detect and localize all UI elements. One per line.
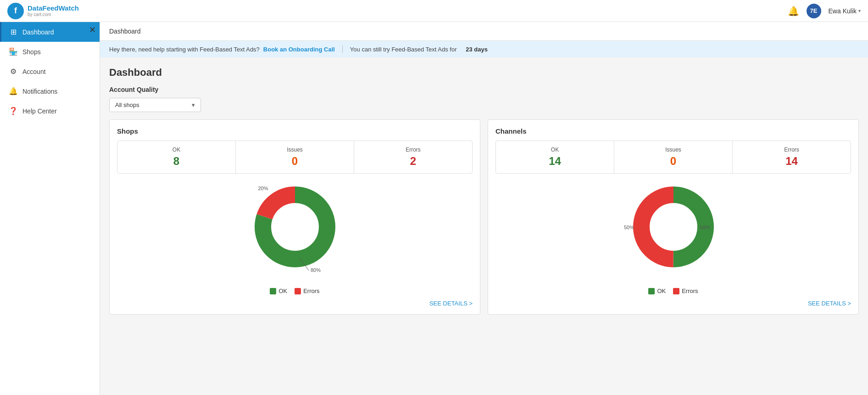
channels-panel: Channels OK 14 Issues 0 Errors 14 [488, 119, 859, 315]
shops-panel: Shops OK 8 Issues 0 Errors 2 [109, 119, 480, 315]
user-name-label: Ewa Kulik [829, 7, 857, 15]
header-right: 🔔 7E Ewa Kulik ▾ [788, 4, 861, 18]
shops-stat-issues: Issues 0 [236, 141, 354, 173]
channels-donut-container: 50% 50% [623, 181, 724, 282]
shops-legend: OK Errors [270, 288, 319, 294]
sidebar-item-dashboard[interactable]: ⊞ Dashboard [0, 22, 100, 42]
shops-error-percent-label: 20% [258, 186, 268, 191]
sidebar-item-label: Shops [22, 48, 41, 56]
channels-see-details-link[interactable]: SEE DETAILS > [808, 300, 851, 307]
sidebar-item-help-center[interactable]: ❓ Help Center [0, 101, 100, 121]
svg-point-2 [273, 205, 317, 249]
shops-chart-area: 20% 80% [117, 181, 473, 294]
svg-text:50%: 50% [624, 225, 634, 230]
sidebar-item-label: Account [22, 68, 46, 75]
shops-errors-legend-label: Errors [303, 288, 319, 294]
shops-legend-ok: OK [270, 288, 287, 294]
channels-stat-errors: Errors 14 [733, 141, 851, 173]
onboarding-call-link[interactable]: Book an Onboarding Call [263, 46, 335, 53]
logo-area: f DataFeedWatch by cart.com [7, 3, 79, 19]
channels-errors-dot [673, 288, 679, 294]
shops-stat-ok: OK 8 [117, 141, 236, 173]
section-label: Account Quality [109, 86, 859, 93]
sidebar-item-account[interactable]: ⚙ Account [0, 62, 100, 81]
sidebar-nav: ⊞ Dashboard 🏪 Shops ⚙ Account 🔔 Notifica… [0, 22, 100, 121]
channels-stat-issues: Issues 0 [614, 141, 733, 173]
shops-errors-dot [295, 288, 301, 294]
channels-issues-label: Issues [618, 147, 729, 153]
channels-panel-title: Channels [495, 127, 851, 135]
breadcrumb: Dashboard [100, 22, 868, 41]
channels-chart-area: 50% 50% OK [495, 181, 851, 294]
channels-ok-label: OK [500, 147, 610, 153]
shops-donut-container: 20% 80% [249, 181, 341, 282]
chevron-down-icon: ▾ [192, 102, 195, 108]
help-icon: ❓ [9, 107, 18, 115]
banner-text-after: You can still try Feed-Based Text Ads fo… [350, 46, 457, 53]
breadcrumb-text: Dashboard [109, 28, 141, 35]
channels-ok-dot [648, 288, 655, 294]
logo-name: DataFeedWatch [28, 5, 79, 12]
sidebar-item-label: Notifications [22, 88, 57, 95]
channels-legend: OK Errors [648, 288, 698, 294]
sidebar-item-shops[interactable]: 🏪 Shops [0, 42, 100, 62]
user-menu[interactable]: Ewa Kulik ▾ [829, 7, 861, 15]
channels-errors-legend-label: Errors [682, 288, 698, 294]
dropdown-value: All shops [115, 102, 139, 108]
channels-stats-row: OK 14 Issues 0 Errors 14 [495, 141, 851, 174]
channels-donut-svg: 50% 50% [623, 181, 724, 273]
shops-stat-errors: Errors 2 [354, 141, 472, 173]
svg-point-7 [651, 205, 696, 249]
shops-ok-label: OK [121, 147, 232, 153]
banner-divider [342, 45, 343, 53]
dashboard-icon: ⊞ [9, 28, 18, 36]
svg-text:80%: 80% [311, 267, 321, 273]
logo-sub: by cart.com [28, 12, 79, 17]
channels-errors-value: 14 [736, 155, 847, 168]
shops-issues-label: Issues [239, 147, 350, 153]
notification-bell-icon[interactable]: 🔔 [788, 6, 799, 17]
channels-see-details: SEE DETAILS > [495, 300, 851, 307]
shops-errors-value: 2 [358, 155, 468, 168]
svg-text:50%: 50% [700, 225, 710, 230]
shops-see-details: SEE DETAILS > [117, 300, 473, 307]
sidebar-item-notifications[interactable]: 🔔 Notifications [0, 81, 100, 101]
shops-ok-legend-label: OK [278, 288, 287, 294]
shops-panel-title: Shops [117, 127, 473, 135]
channels-legend-ok: OK [648, 288, 666, 294]
channels-legend-errors: Errors [673, 288, 698, 294]
channels-stat-ok: OK 14 [496, 141, 614, 173]
channels-ok-legend-label: OK [657, 288, 666, 294]
page-title: Dashboard [109, 67, 859, 79]
content-area: Dashboard Account Quality All shops ▾ Sh… [100, 57, 868, 395]
chevron-down-icon: ▾ [858, 8, 861, 13]
account-icon: ⚙ [9, 67, 18, 76]
channels-ok-value: 14 [500, 155, 610, 168]
top-header: f DataFeedWatch by cart.com 🔔 7E Ewa Kul… [0, 0, 868, 22]
shops-icon: 🏪 [9, 47, 18, 56]
channels-errors-label: Errors [736, 147, 847, 153]
logo-text: DataFeedWatch by cart.com [28, 5, 79, 17]
shops-legend-errors: Errors [295, 288, 319, 294]
shops-stats-row: OK 8 Issues 0 Errors 2 [117, 141, 473, 174]
shops-issues-value: 0 [239, 155, 350, 168]
shops-dropdown[interactable]: All shops ▾ [109, 98, 201, 112]
banner-days: 23 days [466, 46, 488, 53]
sidebar-item-label: Dashboard [22, 28, 54, 36]
shops-errors-label: Errors [358, 147, 468, 153]
shops-ok-value: 8 [121, 155, 232, 168]
notifications-icon: 🔔 [9, 87, 18, 96]
main-content: Dashboard Hey there, need help starting … [100, 22, 868, 395]
shops-see-details-link[interactable]: SEE DETAILS > [429, 300, 473, 307]
shops-ok-dot [270, 288, 276, 294]
panels-row: Shops OK 8 Issues 0 Errors 2 [109, 119, 859, 315]
sidebar: ✕ ⊞ Dashboard 🏪 Shops ⚙ Account 🔔 Notifi… [0, 22, 100, 395]
sidebar-close-icon[interactable]: ✕ [89, 26, 96, 34]
logo-icon: f [7, 3, 24, 19]
shops-donut-svg: 80% [249, 181, 341, 273]
banner-text-before: Hey there, need help starting with Feed-… [109, 46, 260, 53]
sidebar-item-label: Help Center [22, 107, 57, 115]
channels-issues-value: 0 [618, 155, 729, 168]
user-avatar: 7E [807, 4, 821, 18]
app-body: ✕ ⊞ Dashboard 🏪 Shops ⚙ Account 🔔 Notifi… [0, 22, 868, 395]
